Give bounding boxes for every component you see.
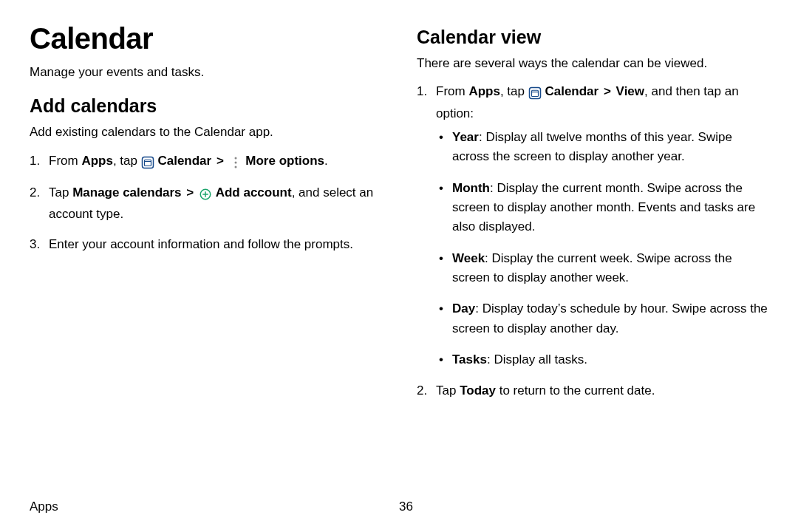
add-calendars-lead: Add existing calendars to the Calendar a… (30, 123, 381, 142)
option-week: Week: Display the current week. Swipe ac… (436, 249, 768, 288)
calendar-label: Calendar (545, 84, 598, 98)
apps-label: Apps (81, 154, 113, 168)
desc: : Display the current month. Swipe acros… (452, 181, 755, 234)
label: Month (452, 181, 490, 195)
add-calendars-steps: From Apps, tap Calendar > More options. … (30, 151, 381, 254)
calendar-view-steps: From Apps, tap Calendar > View, and then… (417, 82, 768, 400)
step-2: Tap Today to return to the current date. (417, 381, 768, 400)
page-footer: Apps 36 (30, 499, 768, 514)
more-options-icon (229, 154, 242, 173)
text: Tap (49, 185, 72, 200)
step-1: From Apps, tap Calendar > More options. (30, 151, 381, 173)
view-label: View (616, 84, 644, 98)
page-subtitle: Manage your events and tasks. (30, 63, 381, 82)
add-account-label: Add account (216, 185, 292, 200)
left-column: Calendar Manage your events and tasks. A… (30, 22, 381, 480)
add-account-icon (199, 185, 212, 205)
svg-rect-10 (531, 91, 538, 97)
desc: : Display today’s schedule by hour. Swip… (452, 301, 768, 335)
label: Year (452, 130, 479, 144)
chevron-icon: > (215, 151, 225, 171)
text: From (49, 154, 81, 168)
text: From (436, 84, 468, 98)
view-options-list: Year: Display all twelve months of this … (436, 128, 768, 369)
step-2: Tap Manage calendars > Add account, and … (30, 183, 381, 225)
text: , tap (113, 154, 141, 168)
desc: : Display all tasks. (487, 352, 587, 366)
option-year: Year: Display all twelve months of this … (436, 128, 768, 167)
text: Tap (436, 383, 460, 398)
svg-point-4 (234, 161, 236, 163)
desc: : Display the current week. Swipe across… (452, 251, 732, 284)
label: Tasks (452, 352, 487, 366)
manage-calendars-label: Manage calendars (72, 185, 181, 200)
svg-rect-9 (529, 88, 540, 99)
desc: : Display all twelve months of this year… (452, 130, 732, 163)
calendar-icon (141, 154, 154, 173)
option-tasks: Tasks: Display all tasks. (436, 350, 768, 369)
label: Week (452, 251, 485, 265)
more-options-label: More options (245, 154, 324, 168)
chevron-icon: > (602, 82, 613, 101)
step-1: From Apps, tap Calendar > View, and then… (417, 82, 768, 369)
text: to return to the current date. (496, 383, 655, 398)
calendar-label: Calendar (157, 154, 211, 168)
svg-rect-0 (142, 157, 153, 168)
right-column: Calendar view There are several ways the… (417, 22, 768, 480)
text: , tap (500, 84, 528, 98)
footer-section-name: Apps (30, 499, 399, 514)
calendar-view-heading: Calendar view (417, 27, 768, 48)
option-month: Month: Display the current month. Swipe … (436, 179, 768, 237)
text: . (324, 154, 328, 168)
calendar-icon (528, 84, 542, 103)
svg-point-3 (234, 157, 236, 159)
chevron-icon: > (185, 183, 195, 202)
add-calendars-heading: Add calendars (30, 95, 381, 117)
option-day: Day: Display today’s schedule by hour. S… (436, 299, 768, 338)
svg-point-5 (234, 166, 236, 168)
today-label: Today (460, 383, 496, 398)
apps-label: Apps (468, 84, 500, 98)
step-3: Enter your account information and follo… (30, 235, 381, 254)
calendar-view-lead: There are several ways the calendar can … (417, 54, 768, 73)
svg-rect-1 (144, 160, 151, 166)
label: Day (452, 301, 475, 316)
page-title: Calendar (30, 22, 381, 55)
footer-page-number: 36 (399, 499, 413, 514)
